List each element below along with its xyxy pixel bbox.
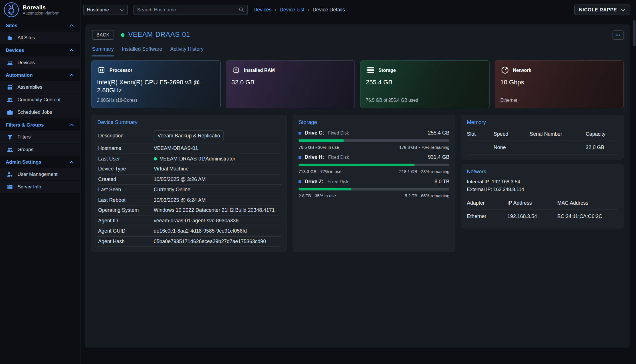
brand-name: Borealis [23, 4, 60, 11]
section-label: Sites [6, 23, 17, 29]
user-name: NICOLE RAPPE [579, 7, 617, 13]
breadcrumb-devices[interactable]: Devices [253, 7, 271, 13]
breadcrumb: Devices › Device List › Device Details [253, 7, 345, 13]
tab-summary[interactable]: Summary [92, 46, 114, 56]
row-label: Last Reboot [98, 197, 154, 203]
table-cell: Ethernet [467, 210, 507, 223]
gauge-icon [500, 66, 509, 74]
stat-label: Processor [110, 68, 132, 72]
online-status-dot [154, 157, 157, 160]
row-label: Hostname [98, 146, 154, 151]
summary-row-agent-id: Agent ID veeam-draas-01-agent-svc-8930a3… [97, 216, 281, 226]
breadcrumb-separator: › [275, 7, 276, 13]
row-value: Windows 10 2022 Datacenter 21H2 Build 20… [154, 208, 275, 213]
brand[interactable]: Borealis Automation Platform [0, 0, 80, 19]
search-input[interactable] [137, 7, 238, 13]
sidebar-section-admin-settings[interactable]: Admin Settings [0, 156, 80, 168]
borealis-logo-icon [4, 2, 19, 17]
stat-footer: Ethernet [500, 98, 618, 103]
sidebar-section-devices[interactable]: Devices [0, 44, 80, 56]
summary-row-last-user: Last User VEEAM-DRAAS-01\Administrator [97, 154, 281, 164]
stat-label: Storage [378, 68, 396, 72]
drive-type: Fixed Disk [328, 155, 349, 160]
drive-h: Drive H: Fixed Disk 931.4 GB 713.3 GB - … [298, 154, 449, 174]
cpu-icon [97, 66, 106, 74]
drive-marker-icon [298, 180, 301, 183]
stat-card-network: Network 10 Gbps Ethernet [495, 60, 624, 108]
row-value: veeam-draas-01-agent-svc-8930a338 [154, 218, 239, 223]
drive-marker-icon [298, 156, 301, 159]
ram-icon [231, 66, 240, 74]
chevron-down-icon [120, 7, 124, 12]
row-label: Description [98, 133, 154, 139]
memory-table: Slot Speed Serial Number Capacity None 3… [467, 129, 618, 154]
device-header: BACK VEEAM-DRAAS-01 ••• [85, 24, 630, 40]
row-value: 05ba0e7935171d626ecea29b27d7ae175363cd90 [154, 239, 266, 244]
row-value: Virtual Machine [154, 166, 189, 172]
row-value: de16c0c1-8aa2-4d18-9585-9ce91cf056fd [154, 228, 247, 234]
back-button[interactable]: BACK [92, 30, 114, 40]
section-label: Automation [6, 72, 33, 78]
tab-activity-history[interactable]: Activity History [170, 46, 204, 56]
scrollbar[interactable] [633, 20, 636, 46]
sidebar-item-all-sites[interactable]: All Sites [0, 32, 80, 44]
row-label: Last User [98, 156, 154, 162]
drive-size: 8.0 TB [435, 179, 449, 184]
sidebar-item-label: Community Content [17, 97, 60, 103]
drive-type: Fixed Disk [328, 179, 348, 184]
row-value: VEEAM-DRAAS-01 [154, 146, 198, 151]
sidebar-item-label: Scheduled Jobs [17, 109, 52, 115]
more-options-button[interactable]: ••• [613, 30, 624, 40]
drive-z: Drive Z: Fixed Disk 8.0 TB 2.8 TB - 35% … [298, 179, 449, 198]
breadcrumb-device-list[interactable]: Device List [280, 7, 304, 13]
row-label: Agent GUID [98, 228, 154, 234]
drive-used-text: 2.8 TB - 35% in use [298, 193, 336, 198]
drive-used-text: 713.3 GB - 77% in use [298, 169, 341, 174]
sidebar-item-filters[interactable]: Filters [0, 131, 80, 143]
user-menu-button[interactable]: NICOLE RAPPE [574, 5, 630, 15]
sidebar-item-community-content[interactable]: Community Content [0, 93, 80, 106]
section-label: Admin Settings [6, 159, 41, 165]
chevron-up-icon [69, 48, 74, 53]
sidebar-item-devices[interactable]: Devices [0, 56, 80, 69]
internal-ip: Internal IP: 192.168.3.54 [467, 178, 618, 185]
sidebar-item-label: All Sites [17, 35, 35, 40]
sidebar-section-automation[interactable]: Automation [0, 69, 80, 81]
sidebar-item-server-info[interactable]: Server Info [0, 181, 80, 193]
device-tabs: Summary Installed Software Activity Hist… [85, 40, 630, 56]
sidebar-item-user-management[interactable]: User Management [0, 168, 80, 181]
network-panel: Network Internal IP: 192.168.3.54 Extern… [461, 164, 624, 229]
column-header: Slot [467, 129, 494, 141]
description-input[interactable] [154, 130, 224, 141]
chevron-down-icon [621, 7, 626, 12]
stat-label: Installed RAM [244, 68, 275, 72]
search-field-dropdown[interactable]: Hostname [83, 5, 128, 15]
drive-name: Drive Z: [305, 179, 324, 184]
stat-cards: Processor Intel(R) Xeon(R) CPU E5-2690 v… [91, 60, 624, 108]
row-value: VEEAM-DRAAS-01\Administrator [160, 156, 235, 162]
sidebar-item-scheduled-jobs[interactable]: Scheduled Jobs [0, 106, 80, 119]
summary-row-operating-system: Operating System Windows 10 2022 Datacen… [97, 206, 281, 216]
column-header: Speed [494, 129, 530, 141]
drive-c: Drive C: Fixed Disk 255.4 GB 76.5 GB - 3… [298, 130, 449, 149]
building-icon [7, 35, 13, 41]
drive-name: Drive C: [305, 130, 324, 136]
summary-row-agent-hash: Agent Hash 05ba0e7935171d626ecea29b27d7a… [97, 236, 281, 247]
search-icon [239, 7, 244, 13]
sidebar-section-filters-groups[interactable]: Filters & Groups [0, 119, 80, 131]
drive-used-text: 76.5 GB - 30% in use [298, 145, 339, 149]
sidebar-item-assemblies[interactable]: Assemblies [0, 81, 80, 93]
memory-panel: Memory Slot Speed Serial Number Capacity… [461, 115, 624, 160]
table-cell [467, 141, 494, 154]
column-header: Adapter [467, 198, 507, 210]
column-header: Capacity [586, 129, 618, 141]
row-label: Last Seen [98, 187, 154, 193]
sidebar-section-sites[interactable]: Sites [0, 19, 80, 32]
section-label: Devices [6, 47, 24, 53]
sidebar-item-groups[interactable]: Groups [0, 143, 80, 156]
tab-installed-software[interactable]: Installed Software [122, 46, 162, 56]
row-label: Agent Hash [98, 239, 154, 244]
laptop-icon [7, 59, 13, 65]
server-icon [7, 184, 13, 190]
search-field-value: Hostname [87, 7, 109, 13]
